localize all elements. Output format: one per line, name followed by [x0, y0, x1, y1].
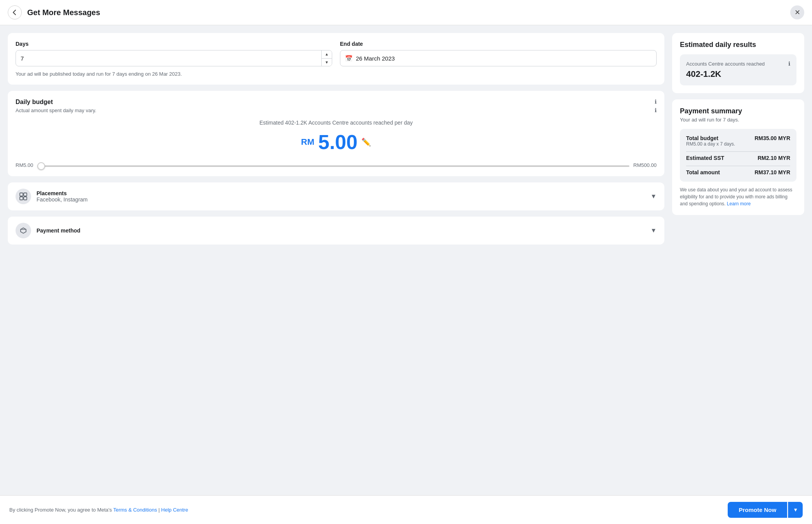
- end-date-field: End date 📅 26 March 2023: [340, 41, 657, 66]
- total-budget-row: Total budget RM5.00 a day x 7 days. RM35…: [686, 135, 790, 147]
- end-date-value: 26 March 2023: [356, 55, 395, 62]
- estimated-reach-text: Estimated 402-1.2K Accounts Centre accou…: [16, 120, 657, 126]
- payment-summary-box: Total budget RM5.00 a day x 7 days. RM35…: [680, 129, 796, 182]
- budget-currency: RM: [301, 137, 314, 147]
- days-input-wrap: ▲ ▼: [16, 50, 332, 66]
- placements-chevron-icon: ▼: [650, 193, 657, 200]
- estimated-reach-value: 402-1.2K: [686, 69, 790, 79]
- billing-note: We use data about you and your ad accoun…: [680, 186, 796, 207]
- stepper-buttons: ▲ ▼: [321, 50, 332, 66]
- edit-budget-icon[interactable]: ✏️: [361, 137, 371, 147]
- payment-method-chevron-icon: ▼: [650, 227, 657, 234]
- svg-rect-0: [20, 193, 23, 196]
- total-amount-value: RM37.10 MYR: [754, 169, 790, 175]
- days-input[interactable]: [16, 55, 321, 62]
- help-centre-link[interactable]: Help Centre: [161, 507, 188, 513]
- modal-footer: By clicking Promote Now, you agree to Me…: [0, 495, 812, 524]
- days-decrement-button[interactable]: ▼: [322, 59, 332, 66]
- payment-summary-subtitle: Your ad will run for 7 days.: [680, 117, 796, 123]
- placements-info: Placements Facebook, Instagram: [37, 190, 645, 203]
- slider-min-label: RM5.00: [16, 162, 33, 168]
- sst-value: RM2.10 MYR: [758, 155, 790, 161]
- promote-now-button[interactable]: Promote Now: [728, 502, 787, 518]
- placements-card[interactable]: Placements Facebook, Instagram ▼: [8, 182, 664, 210]
- budget-subtitle-info-icon[interactable]: ℹ: [655, 107, 657, 113]
- estimated-reach-label: Accounts Centre accounts reached ℹ: [686, 61, 790, 67]
- estimated-results-title: Estimated daily results: [680, 41, 796, 49]
- duration-card: Days ▲ ▼ End date 📅 26 March 2023: [8, 33, 664, 85]
- estimated-results-card: Estimated daily results Accounts Centre …: [672, 33, 804, 93]
- days-increment-button[interactable]: ▲: [322, 50, 332, 59]
- days-field: Days ▲ ▼: [16, 41, 332, 66]
- ad-run-note: Your ad will be published today and run …: [16, 71, 657, 77]
- right-column: Estimated daily results Accounts Centre …: [672, 33, 804, 215]
- date-input-wrap[interactable]: 📅 26 March 2023: [340, 50, 657, 66]
- budget-slider[interactable]: [37, 165, 629, 167]
- terms-conditions-link[interactable]: Terms & Conditions: [113, 507, 157, 513]
- footer-separator: |: [159, 507, 160, 513]
- footer-note: By clicking Promote Now, you agree to Me…: [9, 507, 188, 513]
- total-budget-value: RM35.00 MYR: [754, 135, 790, 141]
- slider-wrap: [37, 161, 629, 168]
- svg-rect-3: [24, 197, 27, 200]
- page-title: Get More Messages: [27, 8, 790, 17]
- placements-value: Facebook, Instagram: [37, 196, 645, 203]
- payment-method-icon: [16, 223, 31, 238]
- payment-summary-card: Payment summary Your ad will run for 7 d…: [672, 99, 804, 215]
- budget-amount: 5.00: [318, 132, 357, 152]
- end-date-label: End date: [340, 41, 657, 47]
- budget-header: Daily budget ℹ: [16, 99, 657, 106]
- summary-divider-1: [686, 151, 790, 152]
- total-budget-left: Total budget RM5.00 a day x 7 days.: [686, 135, 735, 147]
- payment-method-card[interactable]: Payment method ▼: [8, 217, 664, 245]
- promote-dropdown-button[interactable]: ▼: [788, 502, 803, 518]
- footer-actions: Promote Now ▼: [728, 502, 803, 518]
- budget-title: Daily budget: [16, 99, 53, 106]
- budget-amount-row: RM 5.00 ✏️: [16, 132, 657, 152]
- estimated-reach-info-icon[interactable]: ℹ: [788, 61, 790, 67]
- placements-icon: [16, 189, 31, 204]
- sst-label: Estimated SST: [686, 155, 724, 161]
- modal-header: Get More Messages ✕: [0, 0, 812, 25]
- modal-body: Days ▲ ▼ End date 📅 26 March 2023: [0, 25, 812, 495]
- slider-max-label: RM500.00: [633, 162, 657, 168]
- total-amount-label: Total amount: [686, 169, 720, 175]
- left-column: Days ▲ ▼ End date 📅 26 March 2023: [8, 33, 664, 245]
- slider-row: RM5.00 RM500.00: [16, 161, 657, 168]
- duration-row: Days ▲ ▼ End date 📅 26 March 2023: [16, 41, 657, 66]
- payment-summary-title: Payment summary: [680, 107, 796, 115]
- estimated-reach-label-text: Accounts Centre accounts reached: [686, 61, 765, 67]
- budget-info-icon[interactable]: ℹ: [655, 99, 657, 105]
- calendar-icon: 📅: [345, 55, 353, 62]
- summary-divider-2: [686, 166, 790, 166]
- footer-note-text: By clicking Promote Now, you agree to Me…: [9, 507, 112, 513]
- budget-subtitle: Actual amount spent daily may vary. ℹ: [16, 107, 657, 113]
- svg-rect-1: [24, 193, 27, 196]
- estimated-reach-box: Accounts Centre accounts reached ℹ 402-1…: [680, 54, 796, 85]
- total-amount-row: Total amount RM37.10 MYR: [686, 169, 790, 175]
- back-button[interactable]: [8, 5, 22, 19]
- days-label: Days: [16, 41, 332, 47]
- placements-label: Placements: [37, 190, 645, 196]
- svg-rect-2: [20, 197, 23, 200]
- total-budget-sublabel: RM5.00 a day x 7 days.: [686, 141, 735, 147]
- close-button[interactable]: ✕: [790, 5, 804, 19]
- sst-row: Estimated SST RM2.10 MYR: [686, 155, 790, 161]
- budget-card: Daily budget ℹ Actual amount spent daily…: [8, 91, 664, 176]
- payment-method-label: Payment method: [37, 227, 645, 234]
- budget-subtitle-text: Actual amount spent daily may vary.: [16, 108, 96, 113]
- total-budget-label: Total budget: [686, 135, 735, 141]
- learn-more-link[interactable]: Learn more: [727, 201, 751, 206]
